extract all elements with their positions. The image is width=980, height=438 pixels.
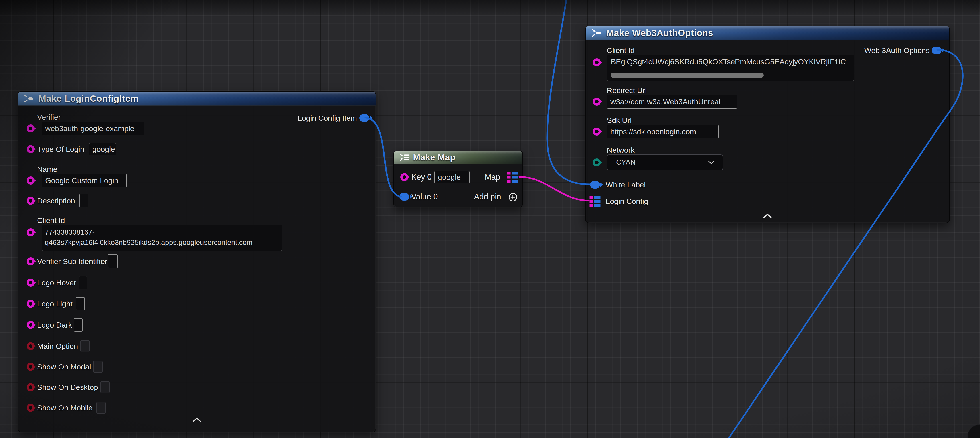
input-pin-redirect-url[interactable] (593, 98, 601, 106)
pin-label-main-option: Main Option (37, 341, 78, 351)
node-title: Make LoginConfigItem (38, 94, 138, 104)
input-pin-show-on-mobile[interactable] (27, 404, 35, 412)
pin-label-logo-light: Logo Light (37, 299, 73, 309)
input-pin-verifier-sub-identifier[interactable] (27, 257, 35, 265)
node-title: Make Web3AuthOptions (606, 28, 713, 38)
verifier-input[interactable]: web3auth-google-example (41, 121, 145, 135)
client-id-input[interactable]: BEglQSgt4cUWcj6SKRdu5QkOXTsePmMcusG5EAoy… (607, 55, 854, 81)
client-id-text: BEglQSgt4cUWcj6SKRdu5QkOXTsePmMcusG5EAoy… (607, 55, 854, 66)
redirect-url-input[interactable]: w3a://com.w3a.Web3AuthUnreal (607, 95, 737, 108)
input-pin-logo-light[interactable] (27, 300, 35, 308)
node-header-make-map[interactable]: Make Map (394, 151, 522, 164)
input-pin-verifier[interactable] (27, 124, 35, 132)
pin-label-logo-hover: Logo Hover (37, 278, 76, 288)
collapse-node-button[interactable] (192, 417, 202, 422)
make-struct-icon (24, 94, 34, 103)
description-input[interactable] (80, 194, 88, 207)
main-option-checkbox[interactable] (80, 340, 90, 352)
pin-label-description: Description (37, 196, 75, 205)
pin-label-sdk-url: Sdk Url (607, 115, 632, 125)
pin-label-web3auth-options: Web 3Auth Options (864, 45, 930, 55)
node-title: Make Map (413, 153, 455, 162)
pin-label-redirect-url: Redirect Url (607, 86, 647, 95)
pin-label-verifier: Verifier (37, 112, 61, 122)
input-pin-name[interactable] (27, 177, 35, 185)
add-pin-button[interactable] (508, 193, 518, 202)
input-pin-login-config[interactable] (590, 196, 601, 207)
pin-label-network: Network (607, 145, 635, 155)
chevron-down-icon (708, 161, 714, 164)
show-on-desktop-checkbox[interactable] (100, 381, 110, 393)
logo-dark-input[interactable] (74, 318, 83, 331)
logo-hover-input[interactable] (78, 276, 88, 289)
pin-label-white-label: White Label (606, 180, 646, 190)
pin-label-type-of-login: Type Of Login (37, 144, 84, 154)
collapse-node-button[interactable] (763, 213, 772, 218)
input-pin-show-on-desktop[interactable] (27, 383, 35, 391)
input-pin-type-of-login[interactable] (27, 145, 35, 153)
input-pin-sdk-url[interactable] (593, 127, 601, 135)
logo-light-input[interactable] (76, 297, 85, 311)
pin-label-client-id: Client Id (37, 215, 65, 225)
network-dropdown-value: CYAN (616, 158, 636, 166)
pin-label-show-on-desktop: Show On Desktop (37, 382, 98, 392)
pin-label-value-0: Value 0 (411, 192, 438, 202)
type-of-login-input[interactable]: google (89, 143, 116, 155)
input-pin-key-0[interactable] (400, 173, 408, 181)
node-make-loginconfigitem: Make LoginConfigItem Login Config Item V… (18, 91, 376, 432)
name-input[interactable]: Google Custom Login (41, 174, 127, 187)
input-pin-logo-dark[interactable] (27, 321, 35, 329)
input-pin-client-id[interactable] (27, 228, 35, 236)
verifier-sub-identifier-input[interactable] (108, 254, 118, 268)
pin-label-show-on-modal: Show On Modal (37, 362, 91, 372)
input-pin-white-label[interactable] (590, 181, 600, 188)
output-pin-map[interactable] (508, 172, 518, 183)
input-pin-network[interactable] (593, 158, 601, 166)
pin-label-verifier-sub-identifier: Verifier Sub Identifier (37, 256, 108, 266)
pin-label-login-config: Login Config (606, 196, 648, 206)
show-on-mobile-checkbox[interactable] (96, 402, 106, 414)
client-id-scrollbar[interactable] (611, 73, 764, 78)
input-pin-description[interactable] (27, 197, 35, 205)
node-header-make-loginconfigitem[interactable]: Make LoginConfigItem (18, 92, 375, 106)
node-header-make-web3authoptions[interactable]: Make Web3AuthOptions (586, 26, 949, 40)
pin-label-client-id: Client Id (607, 45, 635, 55)
pin-label-name: Name (37, 164, 57, 174)
show-on-modal-checkbox[interactable] (93, 361, 103, 373)
pin-label-show-on-mobile: Show On Mobile (37, 403, 92, 413)
client-id-input[interactable]: 774338308167-q463s7kpvja16l4l0kko3nb925i… (41, 225, 282, 251)
input-pin-logo-hover[interactable] (27, 279, 35, 287)
node-make-map: Make Map Key 0 google Map Value 0 Add pi… (393, 151, 523, 207)
make-struct-icon (592, 29, 602, 37)
pin-label-login-config-item: Login Config Item (298, 113, 357, 123)
make-map-icon (400, 153, 409, 162)
network-dropdown[interactable]: CYAN (607, 154, 723, 170)
add-pin-label: Add pin (474, 192, 501, 202)
input-pin-main-option[interactable] (27, 342, 35, 350)
key-0-input[interactable]: google (434, 171, 469, 183)
input-pin-show-on-modal[interactable] (27, 363, 35, 371)
pin-label-key-0: Key 0 (411, 172, 432, 182)
pin-label-logo-dark: Logo Dark (37, 320, 72, 330)
sdk-url-input[interactable]: https://sdk.openlogin.com (607, 125, 719, 139)
input-pin-client-id[interactable] (593, 58, 601, 66)
pin-label-map: Map (485, 172, 500, 182)
